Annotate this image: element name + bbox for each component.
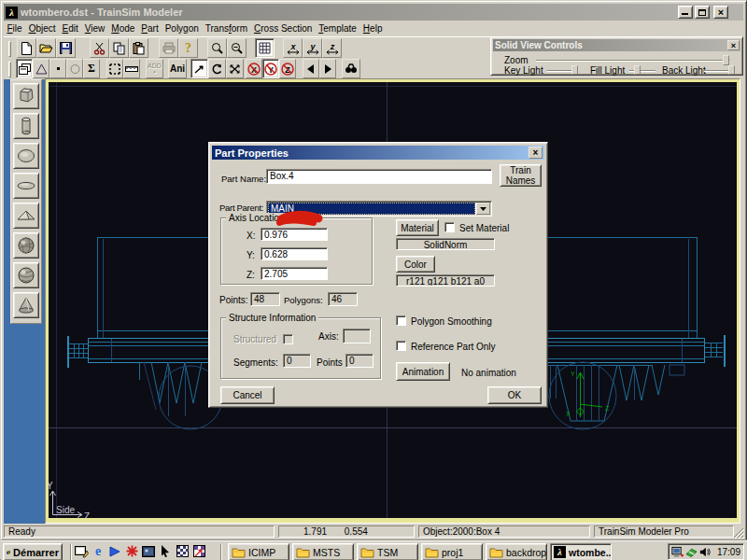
circle-tool-button[interactable] [66, 59, 83, 78]
sigma-tool-button[interactable]: Σ [83, 59, 100, 78]
svc-zoom-slider-thumb[interactable] [723, 55, 729, 65]
reference-part-only-checkbox[interactable] [396, 341, 406, 351]
menu-part[interactable]: Part [138, 21, 162, 36]
dialog-title-bar[interactable]: Part Properties × [212, 146, 544, 160]
menu-edit[interactable]: Edit [59, 21, 81, 36]
task-button-wtombe[interactable]: λwtombe... [550, 543, 612, 560]
scale-tool-button[interactable] [226, 59, 244, 78]
combo-dropdown-icon[interactable] [476, 203, 490, 215]
menu-template[interactable]: Template [316, 21, 360, 36]
part-name-input[interactable]: Box.4 [266, 169, 492, 184]
find-button[interactable] [342, 59, 360, 78]
menu-view[interactable]: View [81, 21, 108, 36]
tray-volume-icon[interactable] [699, 546, 711, 558]
svc-fill-light-slider-thumb[interactable] [634, 65, 641, 75]
shape-sphere-button[interactable] [13, 232, 39, 259]
menu-polygon[interactable]: Polygon [162, 21, 202, 36]
quicklaunch-desktop-icon[interactable] [73, 543, 90, 559]
triangle-tool-button[interactable] [33, 59, 49, 78]
zoom-in-button[interactable] [207, 38, 227, 58]
dialog-close-icon[interactable]: × [529, 147, 543, 159]
lock-x-button[interactable]: X [246, 59, 262, 78]
next-button[interactable] [319, 59, 336, 78]
menu-file[interactable]: File [4, 21, 25, 36]
task-button-icimp[interactable]: ICIMP [228, 543, 289, 560]
grid-button[interactable] [255, 38, 275, 58]
task-button-proj1[interactable]: proj1 [421, 543, 483, 560]
menu-mode[interactable]: Mode [108, 21, 138, 36]
cut-button[interactable] [90, 38, 109, 58]
minimize-button[interactable] [678, 6, 693, 19]
menu-cross-section[interactable]: Cross Section [251, 21, 316, 36]
train-names-button[interactable]: Train Names [500, 164, 542, 187]
select-rect-button[interactable] [106, 59, 123, 78]
print-button[interactable] [159, 38, 178, 58]
svc-zoom-slider-track[interactable] [536, 60, 730, 62]
cancel-button[interactable]: Cancel [220, 386, 275, 404]
ruler-button[interactable] [123, 59, 140, 78]
axis-z-input[interactable]: 2.705 [261, 267, 328, 280]
quicklaunch-ie-icon[interactable]: e [90, 543, 106, 559]
quicklaunch-pattern2-icon[interactable] [190, 543, 207, 559]
shape-sphere2-button[interactable] [13, 262, 39, 288]
quicklaunch-image-icon[interactable] [140, 543, 157, 559]
shape-disc-button[interactable] [13, 143, 39, 169]
shape-cylinder-button[interactable] [13, 113, 39, 139]
copy-button[interactable] [109, 38, 129, 58]
quicklaunch-media-icon[interactable] [106, 543, 123, 559]
svc-close-icon[interactable]: × [727, 40, 740, 50]
z-axis-button[interactable]: z [322, 38, 342, 58]
close-button[interactable]: × [713, 6, 728, 19]
quicklaunch-pattern-icon[interactable] [174, 543, 190, 559]
axis-x-label: X: [247, 231, 255, 241]
lock-y-button[interactable]: Y [262, 59, 279, 78]
resize-grip-icon[interactable] [733, 527, 744, 539]
maximize-button[interactable] [695, 6, 710, 19]
add-button[interactable]: ADD▪ [146, 59, 163, 78]
ani-button[interactable]: Ani [168, 59, 187, 78]
svc-back-light-slider-thumb[interactable] [728, 65, 735, 75]
quicklaunch-star-icon[interactable] [123, 543, 140, 559]
animation-button[interactable]: Animation [396, 362, 450, 381]
menu-transform[interactable]: Transform [202, 21, 250, 36]
axis-x-input[interactable]: 0.976 [261, 228, 328, 241]
point-tool-button[interactable] [49, 59, 66, 78]
task-button-msts[interactable]: MSTS [292, 543, 354, 560]
y-axis-button[interactable]: y [303, 38, 322, 58]
toolbar-grip-2[interactable] [6, 60, 13, 77]
help-button[interactable]: ? [178, 38, 198, 58]
axis-y-input[interactable]: 0.628 [261, 247, 328, 260]
new-button[interactable] [17, 38, 36, 58]
move-tool-button[interactable] [190, 59, 208, 78]
shape-cone-button[interactable] [13, 292, 39, 318]
svc-key-light-slider-thumb[interactable] [571, 65, 578, 75]
ok-button[interactable]: OK [487, 386, 542, 404]
quicklaunch-cursor-icon[interactable] [157, 543, 174, 559]
menu-object[interactable]: Object [25, 21, 59, 36]
task-button-tsm[interactable]: TSM [357, 543, 418, 560]
segments-value: 0 [287, 356, 292, 366]
polygon-smoothing-checkbox[interactable] [396, 315, 406, 326]
menu-help[interactable]: Help [359, 21, 386, 36]
tray-computer-icon[interactable] [671, 546, 684, 558]
tray-clock[interactable]: 17:09 [717, 547, 740, 557]
prev-button[interactable] [303, 59, 319, 78]
toolbar-grip-1[interactable] [6, 39, 13, 57]
task-button-backdrop[interactable]: backdrop [486, 543, 547, 560]
save-button[interactable] [56, 38, 76, 58]
paste-button[interactable] [129, 38, 148, 58]
material-button[interactable]: Material [396, 219, 439, 236]
open-button[interactable] [36, 38, 56, 58]
shape-wedge-button[interactable] [13, 203, 39, 229]
x-axis-button[interactable]: x [283, 38, 303, 58]
shape-box-button[interactable] [13, 83, 39, 109]
rotate-tool-button[interactable] [208, 59, 226, 78]
color-button[interactable]: Color [396, 256, 435, 273]
clone-part-button[interactable] [16, 59, 33, 78]
lock-z-button[interactable]: Z [279, 59, 296, 78]
set-material-checkbox[interactable] [444, 222, 455, 232]
zoom-out-button[interactable] [227, 38, 247, 58]
shape-flat-disc-button[interactable] [13, 173, 39, 199]
start-button[interactable]: Démarrer [3, 543, 63, 560]
tray-app-icon[interactable] [685, 546, 698, 558]
